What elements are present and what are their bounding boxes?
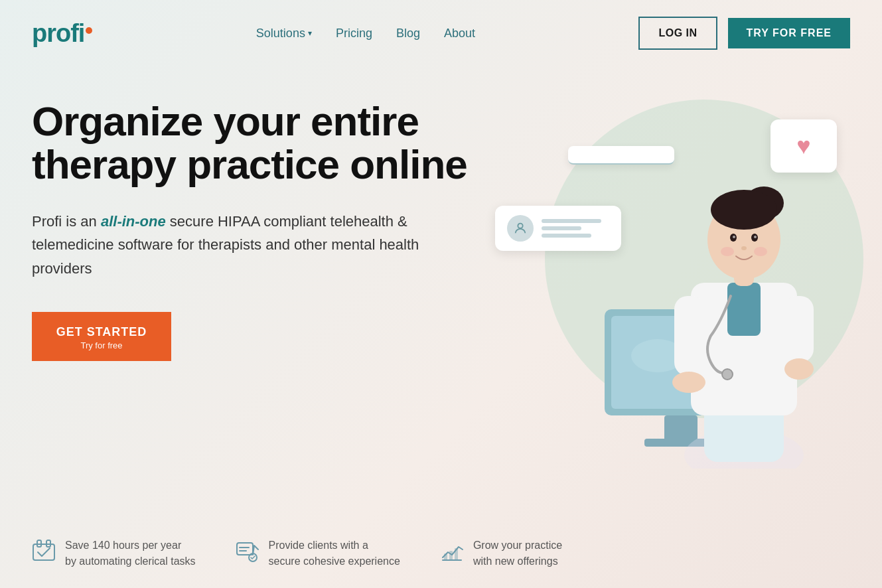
login-button[interactable]: LOG IN [638,17,717,50]
hero-illustration: ♥ [482,86,850,471]
svg-rect-26 [33,544,54,560]
svg-point-0 [518,224,522,228]
svg-point-20 [733,236,735,238]
hero-section: Organize your entire therapy practice on… [0,66,882,518]
svg-point-12 [672,372,705,393]
cta-sub-label: Try for free [48,340,155,350]
feature-text-0: Save 140 hours per yearby automating cle… [65,538,196,569]
nav-item-pricing[interactable]: Pricing [336,27,372,40]
nav-item-solutions[interactable]: Solutions ▾ [256,27,312,40]
svg-point-13 [784,358,814,380]
doctor-illustration [551,137,830,471]
desc-prefix: Profi is an [32,213,101,230]
svg-point-22 [741,246,747,250]
feature-item-0: Save 140 hours per yearby automating cle… [32,538,196,569]
nav-link-pricing[interactable]: Pricing [336,27,372,40]
avatar-icon [507,215,534,242]
svg-rect-29 [237,543,253,555]
svg-point-17 [711,190,777,230]
nav-actions: LOG IN TRY FOR FREE [638,17,850,50]
nav-item-blog[interactable]: Blog [396,27,420,40]
secure-chat-icon [236,539,259,567]
feature-text-1: Provide clients with asecure cohesive ex… [269,538,400,569]
svg-rect-10 [674,296,704,376]
cta-main-label: GET STARTED [48,325,155,339]
feature-text-2: Grow your practicewith new offerings [473,538,562,569]
features-section: Save 140 hours per yearby automating cle… [0,518,882,588]
svg-rect-11 [784,296,814,362]
nav-links: Solutions ▾ Pricing Blog About [256,27,475,40]
nav-link-about[interactable]: About [444,27,475,40]
nav-link-blog[interactable]: Blog [396,27,420,40]
hero-title: Organize your entire therapy practice on… [32,100,482,186]
get-started-button[interactable]: GET STARTED Try for free [32,312,171,361]
svg-rect-31 [444,553,447,560]
chevron-down-icon: ▾ [308,29,312,38]
feature-item-2: Grow your practicewith new offerings [440,538,562,569]
hero-content: Organize your entire therapy practice on… [32,86,482,361]
svg-rect-33 [455,548,458,560]
svg-rect-32 [449,551,453,560]
logo-text: profi [32,19,84,48]
solutions-label: Solutions [256,27,305,40]
svg-rect-9 [727,283,761,336]
logo-link[interactable]: profi [32,19,92,48]
svg-point-24 [754,247,767,256]
nav-item-about[interactable]: About [444,27,475,40]
nav-link-solutions[interactable]: Solutions ▾ [256,27,312,40]
desc-highlight: all-in-one [101,213,166,230]
svg-point-23 [721,247,734,256]
navbar: profi Solutions ▾ Pricing Blog About LOG… [0,0,882,66]
feature-item-1: Provide clients with asecure cohesive ex… [236,538,400,569]
time-save-icon [32,539,56,567]
try-for-free-button[interactable]: TRY FOR FREE [728,18,850,48]
svg-point-25 [722,369,733,380]
svg-point-21 [754,236,757,238]
svg-rect-3 [664,415,698,442]
hero-description: Profi is an all-in-one secure HIPAA comp… [32,210,482,280]
growth-icon [440,539,464,567]
logo-dot [86,27,92,34]
